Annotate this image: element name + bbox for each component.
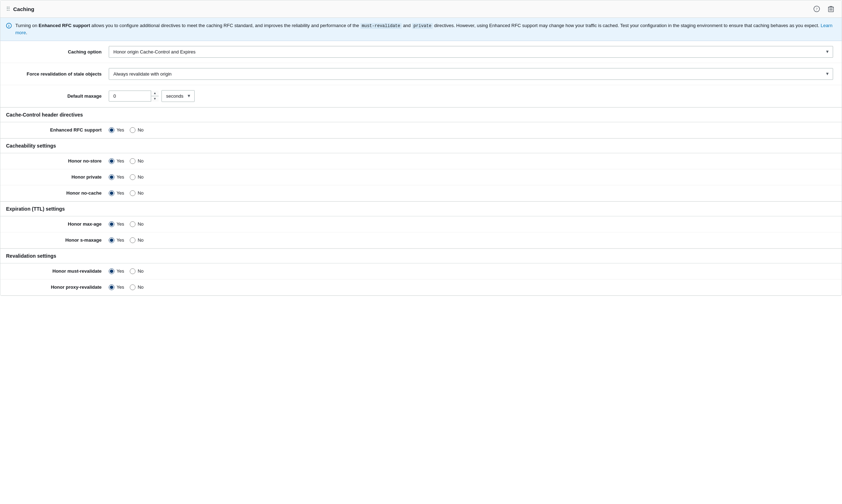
honor-no-cache-yes-radio[interactable] (109, 190, 114, 196)
honor-must-revalidate-no-label: No (138, 268, 144, 274)
caching-option-row: Caching option Honor origin Cache-Contro… (0, 41, 842, 63)
force-revalidation-control: Always revalidate with origin Never reva… (109, 68, 833, 80)
maxage-increment-button[interactable]: ▲ (151, 91, 159, 96)
honor-s-maxage-yes-option[interactable]: Yes (109, 237, 124, 243)
honor-no-cache-label: Honor no-cache (9, 190, 109, 196)
honor-private-yes-option[interactable]: Yes (109, 174, 124, 180)
honor-private-no-option[interactable]: No (130, 174, 144, 180)
honor-no-store-no-option[interactable]: No (130, 158, 144, 164)
honor-proxy-revalidate-no-radio[interactable] (130, 284, 135, 290)
honor-s-maxage-row: Honor s-maxage Yes No (0, 232, 842, 248)
honor-max-age-no-label: No (138, 221, 144, 227)
honor-no-cache-yes-label: Yes (117, 190, 124, 196)
honor-no-store-control: Yes No (109, 158, 833, 164)
help-button[interactable]: ? (812, 4, 822, 14)
honor-private-row: Honor private Yes No (0, 169, 842, 185)
honor-no-store-yes-label: Yes (117, 158, 124, 164)
honor-s-maxage-yes-label: Yes (117, 237, 124, 243)
honor-s-maxage-no-radio[interactable] (130, 237, 135, 243)
honor-max-age-radio-group: Yes No (109, 221, 833, 227)
honor-must-revalidate-yes-option[interactable]: Yes (109, 268, 124, 274)
maxage-unit-wrapper: seconds minutes hours days ▼ (161, 90, 195, 102)
cacheability-section-title: Cacheability settings (6, 143, 56, 149)
honor-private-radio-group: Yes No (109, 174, 833, 180)
honor-must-revalidate-yes-label: Yes (117, 268, 124, 274)
default-maxage-row: Default maxage ▲ ▼ seconds minutes (0, 85, 842, 107)
caching-option-select-wrapper: Honor origin Cache-Control and Expires C… (109, 46, 833, 58)
honor-must-revalidate-yes-radio[interactable] (109, 268, 114, 274)
honor-private-label: Honor private (9, 174, 109, 180)
enhanced-rfc-yes-option[interactable]: Yes (109, 127, 124, 133)
honor-must-revalidate-no-option[interactable]: No (130, 268, 144, 274)
honor-no-store-row: Honor no-store Yes No (0, 153, 842, 169)
honor-no-store-label: Honor no-store (9, 158, 109, 164)
honor-proxy-revalidate-radio-group: Yes No (109, 284, 833, 290)
honor-max-age-label: Honor max-age (9, 221, 109, 227)
enhanced-rfc-no-option[interactable]: No (130, 127, 144, 133)
enhanced-rfc-row: Enhanced RFC support Yes No (0, 122, 842, 138)
honor-no-store-yes-radio[interactable] (109, 158, 114, 164)
maxage-spin-buttons: ▲ ▼ (151, 91, 159, 102)
honor-s-maxage-no-option[interactable]: No (130, 237, 144, 243)
must-revalidate-code: must-revalidate (360, 23, 402, 29)
caching-option-select[interactable]: Honor origin Cache-Control and Expires C… (109, 46, 833, 58)
panel-header: ⠿ Caching ? (0, 0, 842, 18)
revalidation-section-title: Revalidation settings (6, 253, 56, 259)
maxage-decrement-button[interactable]: ▼ (151, 96, 159, 102)
honor-no-store-no-radio[interactable] (130, 158, 135, 164)
info-banner-text: Turning on Enhanced RFC support allows y… (15, 22, 836, 36)
honor-max-age-yes-label: Yes (117, 221, 124, 227)
honor-max-age-row: Honor max-age Yes No (0, 216, 842, 232)
cache-control-section-title: Cache-Control header directives (6, 112, 83, 118)
honor-proxy-revalidate-no-option[interactable]: No (130, 284, 144, 290)
enhanced-rfc-no-label: No (138, 127, 144, 133)
private-code: private (412, 23, 433, 29)
honor-max-age-yes-radio[interactable] (109, 221, 114, 227)
caching-option-control: Honor origin Cache-Control and Expires C… (109, 46, 833, 58)
honor-max-age-no-option[interactable]: No (130, 221, 144, 227)
header-left: ⠿ Caching (6, 6, 34, 12)
honor-no-cache-no-label: No (138, 190, 144, 196)
honor-no-cache-row: Honor no-cache Yes No (0, 185, 842, 201)
header-right: ? (812, 4, 836, 14)
honor-private-yes-label: Yes (117, 174, 124, 180)
honor-proxy-revalidate-label: Honor proxy-revalidate (9, 284, 109, 290)
enhanced-rfc-bold: Enhanced RFC support (38, 23, 90, 28)
honor-proxy-revalidate-yes-radio[interactable] (109, 284, 114, 290)
delete-button[interactable] (826, 4, 836, 14)
honor-max-age-no-radio[interactable] (130, 221, 135, 227)
panel-title: Caching (13, 6, 34, 12)
drag-handle-icon[interactable]: ⠿ (6, 6, 10, 12)
enhanced-rfc-yes-radio[interactable] (109, 127, 114, 133)
caching-panel: ⠿ Caching ? (0, 0, 842, 296)
honor-must-revalidate-row: Honor must-revalidate Yes No (0, 263, 842, 279)
honor-must-revalidate-no-radio[interactable] (130, 268, 135, 274)
caching-option-label: Caching option (9, 49, 109, 55)
maxage-unit-select[interactable]: seconds minutes hours days (161, 90, 195, 102)
enhanced-rfc-radio-group: Yes No (109, 127, 833, 133)
honor-no-cache-no-radio[interactable] (130, 190, 135, 196)
honor-proxy-revalidate-yes-option[interactable]: Yes (109, 284, 124, 290)
honor-private-no-radio[interactable] (130, 174, 135, 180)
panel-body: Caching option Honor origin Cache-Contro… (0, 41, 842, 295)
honor-no-store-yes-option[interactable]: Yes (109, 158, 124, 164)
revalidation-section-header: Revalidation settings (0, 248, 842, 263)
expiration-section-title: Expiration (TTL) settings (6, 206, 65, 212)
force-revalidation-label: Force revalidation of stale objects (9, 71, 109, 77)
honor-no-cache-yes-option[interactable]: Yes (109, 190, 124, 196)
force-revalidation-select[interactable]: Always revalidate with origin Never reva… (109, 68, 833, 80)
default-maxage-label: Default maxage (9, 93, 109, 99)
honor-proxy-revalidate-no-label: No (138, 284, 144, 290)
enhanced-rfc-no-radio[interactable] (130, 127, 135, 133)
enhanced-rfc-yes-label: Yes (117, 127, 124, 133)
default-maxage-control: ▲ ▼ seconds minutes hours days ▼ (109, 90, 833, 102)
honor-no-cache-no-option[interactable]: No (130, 190, 144, 196)
force-revalidation-select-wrapper: Always revalidate with origin Never reva… (109, 68, 833, 80)
honor-no-store-no-label: No (138, 158, 144, 164)
honor-no-cache-radio-group: Yes No (109, 190, 833, 196)
honor-private-yes-radio[interactable] (109, 174, 114, 180)
honor-proxy-revalidate-row: Honor proxy-revalidate Yes No (0, 279, 842, 295)
honor-s-maxage-yes-radio[interactable] (109, 237, 114, 243)
info-banner: i Turning on Enhanced RFC support allows… (0, 18, 842, 41)
honor-max-age-yes-option[interactable]: Yes (109, 221, 124, 227)
